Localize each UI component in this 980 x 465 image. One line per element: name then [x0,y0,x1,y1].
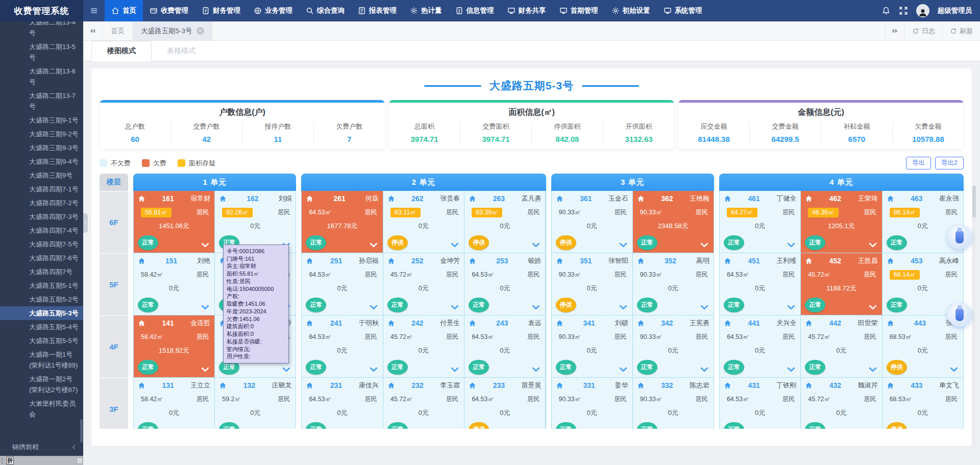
room-cell-241[interactable]: 241于明秋64.53㎡居民0元正常 [302,315,382,377]
room-cell-352[interactable]: 352高明90.33㎡居民0元正常 [633,253,714,315]
chevron-down-icon[interactable] [200,427,210,429]
room-cell-243[interactable]: 243袁远64.53㎡居民0元正常 [464,315,545,377]
chevron-down-icon[interactable] [699,240,709,250]
chevron-down-icon[interactable] [531,302,541,312]
sidebar-footer-group[interactable]: 锦绣前程 [0,440,83,454]
chevron-down-icon[interactable] [786,427,796,429]
room-cell-151[interactable]: 151刘艳58.42㎡居民0元正常 [134,253,214,315]
ime-options-handle[interactable] [77,457,83,464]
chevron-down-icon[interactable] [369,364,379,375]
sidebar-item-building[interactable]: 大盛路五期5-5号 [0,334,83,348]
sidebar-item-building[interactable]: 大盛路四期7-5号 [0,237,83,251]
room-cell-251[interactable]: 251孙启福64.53㎡居民0元正常 [302,253,382,315]
tabs-scroll-right-button[interactable] [885,21,904,40]
sidebar-scrollbar-thumb[interactable] [80,419,83,443]
room-cell-361[interactable]: 361玉金石90.33㎡居民0元停供 [552,191,632,253]
room-cell-263[interactable]: 263孟凡勇83.39㎡居民0元停供 [464,191,545,253]
room-cell-261[interactable]: 261何磊64.53㎡居民1677.78元正常 [302,191,382,253]
nav-item-8[interactable]: 信息管理 [449,0,501,21]
sidebar-item-building[interactable]: 大盛路五期5-1号 [0,279,83,292]
room-cell-462[interactable]: 462王荣琦46.35㎡居民1205.1元正常 [801,191,881,253]
log-button[interactable]: 日志 [904,21,942,40]
chevron-down-icon[interactable] [949,427,959,429]
chevron-down-icon[interactable] [786,240,796,250]
nav-item-9[interactable]: 财务共享 [501,0,553,21]
room-cell-431[interactable]: 431丁铁刚64.53㎡居民0元正常 [720,378,800,429]
sidebar-item-building[interactable]: 大漱堡村民委员会 [0,397,83,421]
tab-close-icon[interactable]: × [197,27,204,35]
room-cell-242[interactable]: 242付景生45.72㎡居民0元正常 [383,315,464,377]
nav-item-4[interactable]: 业务管理 [247,0,299,21]
chevron-down-icon[interactable] [369,427,379,429]
tabs-scroll-left-button[interactable] [83,21,103,40]
chevron-down-icon[interactable] [868,240,878,250]
sidebar-item-building[interactable]: 大盛路四期7-1号 [0,182,83,196]
chevron-down-icon[interactable] [450,302,460,312]
chevron-down-icon[interactable] [786,302,796,312]
nav-item-11[interactable]: 初始设置 [605,0,657,21]
page-tab-1[interactable]: 大盛路五期5-3号× [133,21,212,40]
chevron-down-icon[interactable] [618,427,628,429]
ime-pinyin-indicator[interactable]: 拼 [6,457,14,464]
chevron-down-icon[interactable] [531,364,541,375]
sidebar-item-building[interactable]: 大盛路一期1号 (荣利达1号楼89) [0,348,83,372]
room-cell-433[interactable]: 433单文飞68.53㎡居民0元停供 [883,378,963,429]
room-cell-341[interactable]: 341刘硕90.33㎡居民0元正常 [552,315,632,377]
refresh-button[interactable]: 刷新 [942,21,980,40]
nav-item-7[interactable]: 热计量 [403,0,449,21]
chevron-down-icon[interactable] [200,302,210,312]
sidebar-item-building[interactable]: 大盛路四期7号 [0,265,83,279]
chevron-down-icon[interactable] [531,240,541,250]
nav-item-3[interactable]: 财务管理 [195,0,247,21]
export-button[interactable]: 导出 [906,157,931,169]
sidebar-item-building[interactable]: 大盛路四期7-4号 [0,224,83,237]
chevron-down-icon[interactable] [618,240,628,250]
nav-item-10[interactable]: 首期管理 [553,0,605,21]
tab-table-mode[interactable]: 表格模式 [152,41,211,61]
chevron-down-icon[interactable] [868,302,878,312]
chevron-down-icon[interactable] [450,364,460,375]
room-cell-141[interactable]: 141金连哲58.42㎡居民1518.92元正常 [134,315,214,377]
vertical-scrollbar-thumb[interactable] [972,186,976,217]
fullscreen-icon[interactable] [899,6,908,15]
tab-floor-map-mode[interactable]: 楼图模式 [91,41,152,61]
room-cell-452[interactable]: 452王胜昌45.72㎡居民1188.72元正常 [801,253,881,315]
room-cell-432[interactable]: 432魏淑芹45.72㎡居民0元正常 [801,378,881,429]
room-cell-231[interactable]: 231康佳兴64.53㎡居民0元正常 [302,378,382,429]
chevron-down-icon[interactable] [699,427,709,429]
room-cell-252[interactable]: 252金坤芳45.72㎡居民0元正常 [383,253,464,315]
room-cell-443[interactable]: 443张伟68.53㎡居民0元停供 [883,315,963,377]
drag-scroll-handle-lower[interactable] [947,302,972,327]
chevron-down-icon[interactable] [949,364,959,375]
room-cell-232[interactable]: 232李玉霞45.72㎡居民0元正常 [383,378,464,429]
chevron-down-icon[interactable] [786,364,796,375]
chevron-down-icon[interactable] [450,427,460,429]
sidebar-item-building[interactable]: 大盛路二期13-5号 [0,40,83,64]
room-cell-253[interactable]: 253银皓64.53㎡居民0元正常 [464,253,545,315]
avatar[interactable] [916,4,929,17]
nav-item-6[interactable]: 报表管理 [351,0,403,21]
bell-icon[interactable] [881,6,891,15]
sidebar-item-building[interactable]: 大盛路二期13-6号 [0,64,83,89]
sidebar-item-building[interactable]: 大盛路二期13-4号 [0,21,83,40]
sidebar-item-building[interactable]: 大盛路三期9号 [0,168,83,182]
room-cell-442[interactable]: 442田世荣45.72㎡居民0元正常 [801,315,881,377]
room-cell-451[interactable]: 451王利维64.53㎡居民0元正常 [720,253,800,315]
sidebar-item-building[interactable]: 大盛路五期5-3号 [0,306,83,320]
export2-button[interactable]: 导出2 [935,157,964,169]
sidebar-item-building[interactable]: 大盛路三期9-3号 [0,141,83,155]
chevron-down-icon[interactable] [369,240,379,250]
room-cell-441[interactable]: 441关兴全64.53㎡居民0元正常 [720,315,800,377]
sidebar-item-building[interactable]: 大盛路二期13-7号 [0,89,83,113]
drag-scroll-handle-upper[interactable] [947,225,972,249]
chevron-down-icon[interactable] [281,364,291,375]
room-cell-233[interactable]: 233苗景英64.53㎡居民0元停供 [464,378,545,429]
chevron-down-icon[interactable] [450,240,460,250]
page-tab-0[interactable]: 首页 [103,21,133,40]
room-cell-461[interactable]: 461丁健全64.27㎡居民0元正常 [720,191,800,253]
sidebar-collapse-handle[interactable] [83,213,88,233]
room-cell-262[interactable]: 262张贵春63.11㎡居民0元停供 [383,191,464,253]
sidebar-item-building[interactable]: 大盛路三期9-2号 [0,127,83,141]
chevron-down-icon[interactable] [200,240,210,250]
room-cell-131[interactable]: 131王立立58.42㎡居民0元正常 [134,378,214,429]
